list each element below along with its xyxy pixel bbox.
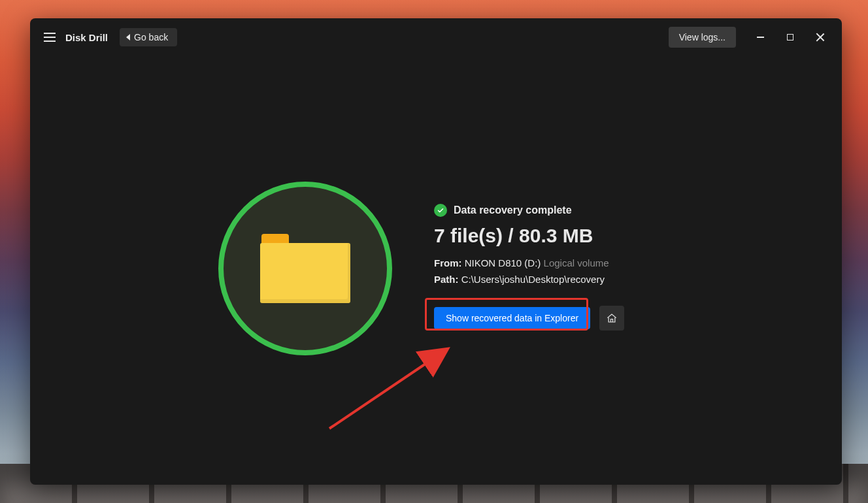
from-suffix: Logical volume <box>544 257 609 268</box>
home-icon <box>606 312 618 324</box>
path-label: Path: <box>434 274 459 285</box>
view-logs-button[interactable]: View logs... <box>669 27 736 48</box>
from-row: From: NIKON D810 (D:) Logical volume <box>434 257 800 268</box>
check-circle-icon <box>434 204 447 217</box>
minimize-button[interactable] <box>745 24 775 50</box>
action-row: Show recovered data in Explorer <box>434 306 800 331</box>
status-row: Data recovery complete <box>434 204 800 217</box>
minimize-icon <box>757 37 764 38</box>
recovery-summary: Data recovery complete 7 file(s) / 80.3 … <box>434 204 800 331</box>
show-in-explorer-button[interactable]: Show recovered data in Explorer <box>434 307 590 329</box>
from-value: NIKON D810 (D:) <box>465 257 541 268</box>
folder-icon <box>260 234 350 303</box>
go-back-label: Go back <box>134 32 168 42</box>
maximize-icon <box>787 34 793 41</box>
go-back-button[interactable]: Go back <box>120 28 177 46</box>
summary-headline: 7 file(s) / 80.3 MB <box>434 225 800 247</box>
success-circle <box>218 182 392 355</box>
annotation-arrow <box>316 344 460 435</box>
close-button[interactable] <box>805 24 835 50</box>
from-label: From: <box>434 257 462 268</box>
titlebar: Disk Drill Go back View logs... <box>30 18 842 56</box>
chevron-left-icon <box>126 34 130 41</box>
app-window: Disk Drill Go back View logs... <box>30 18 842 485</box>
hamburger-icon <box>44 37 56 38</box>
maximize-button[interactable] <box>775 24 805 50</box>
svg-line-0 <box>329 351 444 429</box>
content-area: Data recovery complete 7 file(s) / 80.3 … <box>30 56 842 485</box>
status-label: Data recovery complete <box>454 204 572 216</box>
menu-button[interactable] <box>37 24 63 50</box>
path-value: C:\Users\joshu\Desktop\recovery <box>461 274 605 285</box>
path-row: Path: C:\Users\joshu\Desktop\recovery <box>434 274 800 285</box>
home-button[interactable] <box>599 306 624 331</box>
close-icon <box>816 33 825 42</box>
app-title: Disk Drill <box>65 32 108 43</box>
